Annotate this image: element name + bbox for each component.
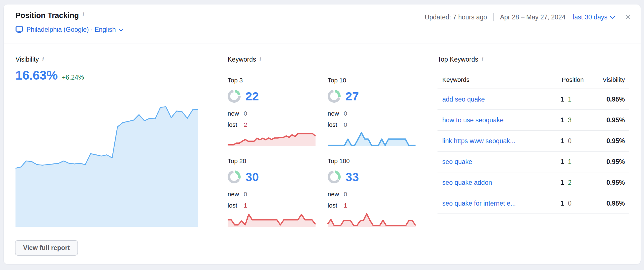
visibility-cell: 0.95% bbox=[584, 179, 625, 186]
position-value: 1 bbox=[544, 96, 564, 103]
header-bottom-divider bbox=[4, 44, 641, 44]
table-row: seo quake for internet e... 1 0 0.95% bbox=[438, 193, 629, 214]
view-full-report-button[interactable]: View full report bbox=[15, 240, 78, 256]
keywords-heading-label: Keywords bbox=[228, 56, 256, 63]
table-header-row: Keywords Position Visibility bbox=[438, 76, 629, 84]
visibility-cell: 0.95% bbox=[584, 200, 625, 207]
close-icon[interactable]: ✕ bbox=[625, 14, 631, 21]
page-background: Position Tracking i Philadelphia (Google… bbox=[0, 0, 644, 270]
keyword-link[interactable]: link https www seoquak... bbox=[442, 137, 544, 145]
top10-sparkline-chart bbox=[328, 130, 416, 146]
new-value: 0 bbox=[344, 190, 347, 198]
table-row: seo quake 1 1 0.95% bbox=[438, 152, 629, 172]
block-label: Top 3 bbox=[228, 76, 319, 84]
position-value: 1 bbox=[544, 116, 564, 124]
period-label: last 30 days bbox=[573, 14, 607, 21]
new-label: new bbox=[228, 110, 244, 118]
keyword-link[interactable]: seo quake bbox=[442, 158, 544, 166]
info-icon[interactable]: i bbox=[481, 55, 483, 63]
table-row: how to use seoquake 1 3 0.95% bbox=[438, 110, 629, 131]
position-tracking-widget: Position Tracking i Philadelphia (Google… bbox=[4, 4, 641, 264]
position-change: 1 bbox=[564, 96, 584, 103]
info-icon[interactable]: i bbox=[83, 10, 84, 18]
block-label: Top 100 bbox=[328, 157, 419, 165]
chevron-down-icon bbox=[610, 14, 615, 19]
top-keywords-section-heading: Top Keywords i bbox=[438, 56, 483, 63]
keyword-link[interactable]: add seo quake bbox=[442, 96, 544, 103]
page-title: Position Tracking bbox=[15, 11, 79, 20]
visibility-heading-label: Visibility bbox=[15, 56, 39, 63]
keyword-link[interactable]: seo quake for internet e... bbox=[442, 200, 544, 207]
chevron-down-icon bbox=[118, 26, 123, 31]
new-value: 0 bbox=[244, 110, 247, 118]
top100-sparkline-chart bbox=[328, 211, 416, 227]
column-header-keywords: Keywords bbox=[442, 76, 548, 84]
position-change: 2 bbox=[564, 179, 584, 186]
campaign-label: Philadelphia (Google) · English bbox=[26, 26, 116, 33]
lost-value: 0 bbox=[344, 121, 347, 129]
updated-text: Updated: 7 hours ago bbox=[425, 14, 487, 21]
visibility-cell: 0.95% bbox=[584, 116, 625, 124]
top20-sparkline-chart bbox=[228, 211, 316, 227]
top-keywords-heading-label: Top Keywords bbox=[438, 56, 478, 63]
lost-label: lost bbox=[228, 121, 244, 129]
visibility-section-heading: Visibility i bbox=[15, 56, 44, 63]
table-row: link https www seoquak... 1 0 0.95% bbox=[438, 131, 629, 152]
keyword-link[interactable]: seo quake addon bbox=[442, 179, 544, 186]
lost-label: lost bbox=[328, 202, 344, 210]
visibility-delta: +6.24% bbox=[62, 74, 84, 81]
block-label: Top 10 bbox=[328, 76, 419, 84]
keywords-section-heading: Keywords i bbox=[228, 56, 261, 63]
new-label: new bbox=[328, 110, 344, 118]
new-value: 0 bbox=[344, 110, 347, 118]
position-value: 1 bbox=[544, 179, 564, 186]
keywords-block-top10: Top 10 27 new0 lost0 bbox=[328, 76, 419, 146]
column-header-position: Position bbox=[548, 76, 584, 84]
header-divider bbox=[493, 13, 494, 21]
period-selector[interactable]: last 30 days bbox=[573, 14, 614, 21]
lost-value: 2 bbox=[244, 121, 247, 129]
visibility-cell: 0.95% bbox=[584, 137, 625, 145]
info-icon[interactable]: i bbox=[42, 55, 44, 63]
keywords-count: 30 bbox=[245, 170, 259, 183]
visibility-cell: 0.95% bbox=[584, 158, 625, 166]
keyword-link[interactable]: how to use seoquake bbox=[442, 116, 544, 124]
table-row: add seo quake 1 1 0.95% bbox=[438, 89, 629, 110]
position-change: 0 bbox=[564, 200, 584, 207]
date-range-text: Apr 28 – May 27, 2024 bbox=[500, 14, 566, 21]
campaign-selector[interactable]: Philadelphia (Google) · English bbox=[15, 26, 123, 33]
top-keywords-table: Keywords Position Visibility add seo qua… bbox=[438, 76, 629, 214]
position-value: 1 bbox=[544, 158, 564, 166]
keywords-block-top20: Top 20 30 new0 lost1 bbox=[228, 157, 319, 227]
top3-sparkline-chart bbox=[228, 130, 316, 146]
keywords-block-top100: Top 100 33 new0 lost1 bbox=[328, 157, 419, 227]
keywords-count: 27 bbox=[345, 90, 359, 103]
keywords-count: 33 bbox=[345, 170, 359, 183]
position-change: 0 bbox=[564, 137, 584, 145]
donut-chart-icon bbox=[328, 90, 341, 103]
visibility-cell: 0.95% bbox=[584, 96, 625, 103]
block-label: Top 20 bbox=[228, 157, 319, 165]
keywords-count: 22 bbox=[245, 90, 259, 103]
widget-header-left: Position Tracking i Philadelphia (Google… bbox=[15, 11, 123, 33]
position-value: 1 bbox=[544, 137, 564, 145]
position-change: 3 bbox=[564, 116, 584, 124]
desktop-device-icon bbox=[15, 26, 23, 33]
new-value: 0 bbox=[244, 190, 247, 198]
lost-label: lost bbox=[228, 202, 244, 210]
info-icon[interactable]: i bbox=[259, 55, 261, 63]
donut-chart-icon bbox=[228, 90, 241, 103]
widget-header-right: Updated: 7 hours ago Apr 28 – May 27, 20… bbox=[425, 13, 631, 21]
visibility-area-chart bbox=[15, 104, 198, 227]
keywords-block-top3: Top 3 22 new0 lost2 bbox=[228, 76, 319, 146]
lost-label: lost bbox=[328, 121, 344, 129]
visibility-value-row: 16.63% +6.24% bbox=[15, 68, 84, 83]
donut-chart-icon bbox=[228, 170, 241, 183]
donut-chart-icon bbox=[328, 170, 341, 183]
new-label: new bbox=[328, 190, 344, 198]
new-label: new bbox=[228, 190, 244, 198]
position-value: 1 bbox=[544, 200, 564, 207]
column-header-visibility: Visibility bbox=[584, 76, 625, 84]
lost-value: 1 bbox=[344, 202, 347, 210]
position-change: 1 bbox=[564, 158, 584, 166]
